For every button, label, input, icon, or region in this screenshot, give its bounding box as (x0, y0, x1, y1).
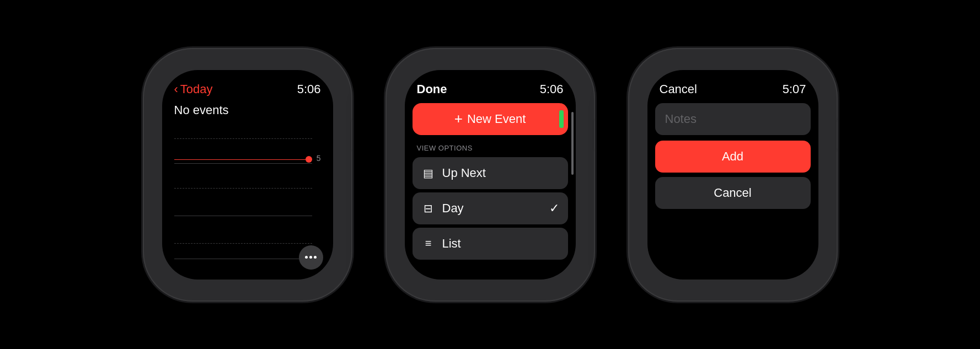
day-icon: ⊟ (421, 202, 436, 215)
back-label[interactable]: Today (180, 82, 213, 96)
current-time-line (174, 159, 312, 160)
cancel-label: Cancel (714, 186, 751, 200)
view-options-label: VIEW OPTIONS (405, 142, 576, 155)
dot-1 (305, 256, 308, 259)
dot-2 (309, 256, 312, 259)
hour-5-label: 5 (317, 154, 321, 163)
timeline-line-1 (174, 163, 312, 164)
watch-3: Cancel 5:07 Notes Add Cancel (628, 48, 838, 302)
list-icon: ≡ (421, 237, 436, 250)
timeline-line-2 (174, 216, 312, 216)
dot-3 (314, 256, 317, 259)
up-next-label: Up Next (442, 166, 559, 180)
timeline-dotted-top (174, 138, 312, 139)
watch-1-header: ‹ Today 5:06 (162, 70, 333, 101)
watch-1-screen: ‹ Today 5:06 No events 5 (162, 70, 333, 280)
up-next-icon: ▤ (421, 167, 436, 180)
battery-indicator (559, 110, 564, 128)
watch-3-screen: Cancel 5:07 Notes Add Cancel (647, 70, 818, 280)
list-menu-item[interactable]: ≡ List (413, 228, 568, 260)
timeline-dotted-1 (174, 188, 312, 189)
day-label: Day (442, 201, 543, 216)
notes-placeholder: Notes (665, 112, 697, 126)
cancel-top-button[interactable]: Cancel (660, 82, 697, 96)
cancel-button[interactable]: Cancel (655, 177, 811, 209)
watch-2-screen: Done 5:06 + New Event VIEW OPTIONS ▤ Up … (405, 70, 576, 280)
watch-1-time: 5:06 (297, 82, 321, 96)
no-events-label: No events (162, 101, 333, 117)
notes-input-field[interactable]: Notes (655, 103, 811, 135)
plus-icon: + (454, 110, 463, 127)
timeline-line-3 (174, 259, 312, 259)
watch-1: ‹ Today 5:06 No events 5 (143, 48, 352, 302)
watch-3-time: 5:07 (783, 82, 806, 96)
list-label: List (442, 237, 559, 251)
chevron-left-icon: ‹ (174, 82, 178, 96)
watch-2-time: 5:06 (540, 82, 564, 96)
up-next-menu-item[interactable]: ▤ Up Next (413, 157, 568, 189)
checkmark-icon: ✓ (549, 201, 559, 216)
watch-3-header: Cancel 5:07 (647, 70, 818, 103)
more-button[interactable] (299, 245, 323, 270)
back-button[interactable]: ‹ Today (174, 82, 213, 96)
done-button[interactable]: Done (417, 82, 447, 96)
add-button[interactable]: Add (655, 141, 811, 173)
add-label: Add (722, 149, 743, 164)
timeline: 5 6 (162, 122, 333, 280)
scrollbar[interactable] (571, 112, 574, 175)
day-menu-item[interactable]: ⊟ Day ✓ (413, 192, 568, 224)
timeline-dotted-2 (174, 243, 312, 244)
new-event-button[interactable]: + New Event (413, 103, 568, 135)
watch-2-header: Done 5:06 (405, 70, 576, 101)
current-time-dot (306, 156, 312, 163)
new-event-label: New Event (467, 112, 526, 126)
watch-2: Done 5:06 + New Event VIEW OPTIONS ▤ Up … (385, 48, 595, 302)
